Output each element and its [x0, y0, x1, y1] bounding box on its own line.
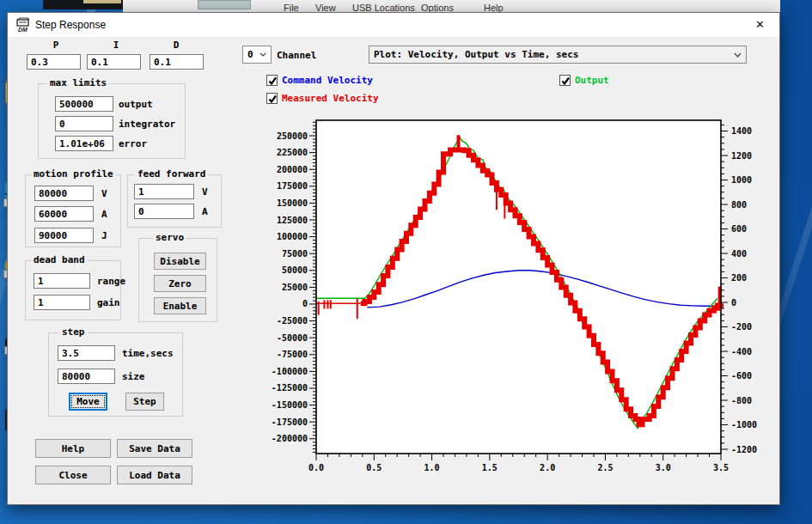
dead-band-legend: dead band — [31, 255, 88, 265]
close-button[interactable]: ✕ — [741, 13, 779, 37]
y-left-tick-label: 0 — [302, 299, 308, 308]
load-data-button[interactable]: Load Data — [117, 466, 192, 484]
step-button[interactable]: Step — [125, 393, 164, 411]
measured-velocity-checkbox[interactable] — [266, 93, 278, 104]
y-left-tick-label: 150000 — [277, 198, 308, 208]
y-left-tick-label: 200000 — [277, 165, 308, 174]
servo-legend: servo — [153, 233, 186, 243]
profile-j-input[interactable] — [34, 228, 94, 243]
help-button[interactable]: Help — [35, 439, 111, 458]
window-title: Step Response — [35, 13, 106, 37]
max-limits-legend: max limits — [47, 78, 109, 88]
enable-button[interactable]: Enable — [154, 297, 206, 314]
gain-input[interactable] — [34, 295, 90, 310]
x-tick-label: 1.5 — [482, 463, 498, 472]
check-icon — [267, 94, 278, 105]
profile-v-input[interactable] — [34, 186, 94, 201]
profile-a-input[interactable] — [34, 206, 94, 222]
background-toolbar-button[interactable] — [198, 0, 251, 9]
check-icon — [560, 76, 571, 87]
y-left-tick-label: -125000 — [272, 383, 308, 393]
step-time-input[interactable] — [58, 345, 115, 361]
bg-menu-usb-locations[interactable]: USB Locations — [352, 3, 415, 12]
background-menubar: FileViewUSB LocationsOptionsHelp — [123, 0, 780, 12]
ff-v-label: V — [202, 186, 208, 198]
y-right-tick-label: 800 — [731, 200, 747, 210]
step-response-window: DM Step Response ✕ P I D max limits outp… — [7, 12, 780, 505]
max-error-label: error — [119, 138, 147, 149]
p-label: P — [31, 40, 81, 51]
ff-a-label: A — [202, 206, 208, 217]
max-limits-group: max limits output integrator error — [38, 83, 186, 159]
feed-forward-legend: feed forward — [135, 169, 208, 180]
plot-type-select[interactable]: Plot: Velocity, Output vs Time, secs — [369, 46, 747, 64]
x-tick-label: 2.5 — [597, 463, 613, 472]
app-icon: DM — [15, 17, 31, 33]
channel-label: Channel — [277, 50, 316, 61]
ff-a-input[interactable] — [134, 204, 194, 219]
y-right-tick-label: 1400 — [731, 126, 752, 136]
y-right-tick-label: -800 — [731, 396, 752, 405]
measured-velocity-label: Measured Velocity — [282, 93, 379, 104]
output-label: Output — [575, 75, 609, 86]
y-right-tick-label: -400 — [731, 347, 752, 356]
step-time-label: time,secs — [122, 348, 174, 359]
y-left-tick-label: -200000 — [272, 434, 308, 443]
y-right-tick-label: -1200 — [731, 445, 757, 454]
motion-profile-group: motion profile V A J — [25, 174, 121, 247]
step-group: step time,secs size Move Step — [48, 332, 183, 417]
i-label: I — [91, 40, 141, 51]
max-integrator-label: integrator — [119, 119, 175, 130]
svg-text:DM: DM — [18, 27, 27, 33]
d-label: D — [151, 40, 201, 51]
profile-a-label: A — [101, 209, 107, 220]
step-size-label: size — [122, 371, 145, 382]
y-left-tick-label: 125000 — [277, 216, 308, 225]
p-input[interactable] — [27, 54, 81, 70]
disable-button[interactable]: Disable — [154, 253, 206, 270]
max-error-input[interactable] — [55, 136, 113, 151]
y-left-tick-label: 225000 — [277, 148, 308, 157]
bg-menu-options[interactable]: Options — [421, 3, 454, 12]
bg-menu-file[interactable]: File — [284, 3, 299, 12]
channel-select[interactable]: 0 — [242, 46, 272, 64]
y-right-tick-label: 1200 — [731, 151, 752, 161]
range-input[interactable] — [34, 273, 90, 289]
ff-v-input[interactable] — [134, 184, 194, 199]
x-tick-label: 3.5 — [713, 463, 729, 472]
chevron-down-icon — [734, 52, 742, 58]
d-input[interactable] — [150, 54, 204, 70]
command-velocity-checkbox[interactable] — [266, 75, 278, 86]
y-right-tick-label: 1000 — [731, 175, 752, 185]
command-velocity-label: Command Velocity — [282, 75, 373, 86]
i-input[interactable] — [87, 54, 141, 70]
y-left-tick-label: 75000 — [282, 249, 308, 259]
y-left-tick-label: -25000 — [277, 316, 308, 326]
check-icon — [267, 76, 278, 87]
motion-profile-legend: motion profile — [31, 169, 116, 180]
y-left-tick-label: -50000 — [277, 333, 308, 343]
chevron-down-icon — [259, 52, 266, 57]
y-left-tick-label: 250000 — [277, 131, 308, 141]
step-size-input[interactable] — [58, 369, 115, 384]
titlebar[interactable]: DM Step Response ✕ — [8, 13, 779, 37]
max-integrator-input[interactable] — [55, 116, 113, 131]
profile-j-label: J — [101, 230, 107, 241]
x-tick-label: 2.0 — [540, 463, 555, 472]
dead-band-group: dead band range gain — [25, 260, 121, 320]
close-icon: ✕ — [755, 18, 765, 31]
x-tick-label: 0.5 — [366, 463, 382, 472]
x-tick-label: 1.0 — [424, 463, 440, 472]
y-left-tick-label: -175000 — [272, 417, 308, 427]
gain-label: gain — [97, 297, 120, 308]
y-right-tick-label: 200 — [731, 273, 747, 283]
bg-menu-view[interactable]: View — [315, 3, 336, 12]
max-output-input[interactable] — [55, 96, 113, 112]
close-window-button[interactable]: Close — [35, 466, 111, 484]
output-checkbox[interactable] — [559, 75, 571, 86]
y-left-tick-label: 175000 — [277, 181, 308, 191]
bg-menu-help[interactable]: Help — [484, 3, 504, 12]
save-data-button[interactable]: Save Data — [117, 439, 192, 458]
zero-button[interactable]: Zero — [154, 275, 206, 292]
move-button[interactable]: Move — [69, 393, 107, 411]
